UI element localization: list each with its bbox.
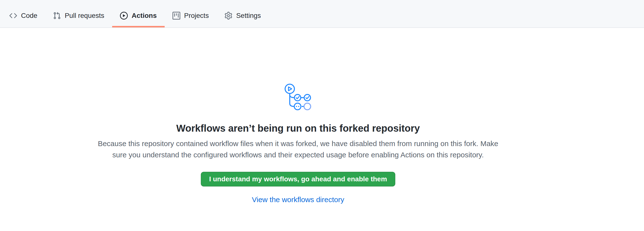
workflow-graphic-icon	[0, 83, 596, 112]
tab-label: Actions	[132, 11, 157, 21]
tab-label: Code	[21, 11, 38, 21]
blankslate-description: Because this repository contained workfl…	[0, 138, 596, 160]
description-line-1: Because this repository contained workfl…	[0, 138, 596, 149]
page-title: Workflows aren’t being run on this forke…	[0, 122, 596, 135]
play-circle-icon	[120, 12, 128, 20]
gear-icon	[224, 12, 232, 20]
workflows-directory-link[interactable]: View the workflows directory	[252, 195, 344, 203]
link-row: View the workflows directory	[0, 194, 596, 205]
tab-projects[interactable]: Projects	[165, 4, 217, 28]
description-line-2: sure you understand the configured workf…	[0, 149, 596, 160]
tab-settings[interactable]: Settings	[217, 4, 269, 28]
tab-actions[interactable]: Actions	[112, 4, 165, 28]
code-icon	[9, 12, 17, 20]
project-icon	[172, 12, 180, 20]
repo-tabnav: Code Pull requests Actions Projects Sett…	[0, 0, 644, 28]
button-row: I understand my workflows, go ahead and …	[0, 160, 596, 186]
tab-code[interactable]: Code	[2, 4, 45, 28]
tab-label: Projects	[184, 11, 209, 21]
git-pull-request-icon	[53, 12, 61, 20]
tab-pull-requests[interactable]: Pull requests	[45, 4, 112, 28]
tab-label: Settings	[236, 11, 261, 21]
actions-blankslate: Workflows aren’t being run on this forke…	[0, 83, 596, 205]
enable-workflows-button[interactable]: I understand my workflows, go ahead and …	[201, 172, 395, 186]
tab-label: Pull requests	[65, 11, 104, 21]
